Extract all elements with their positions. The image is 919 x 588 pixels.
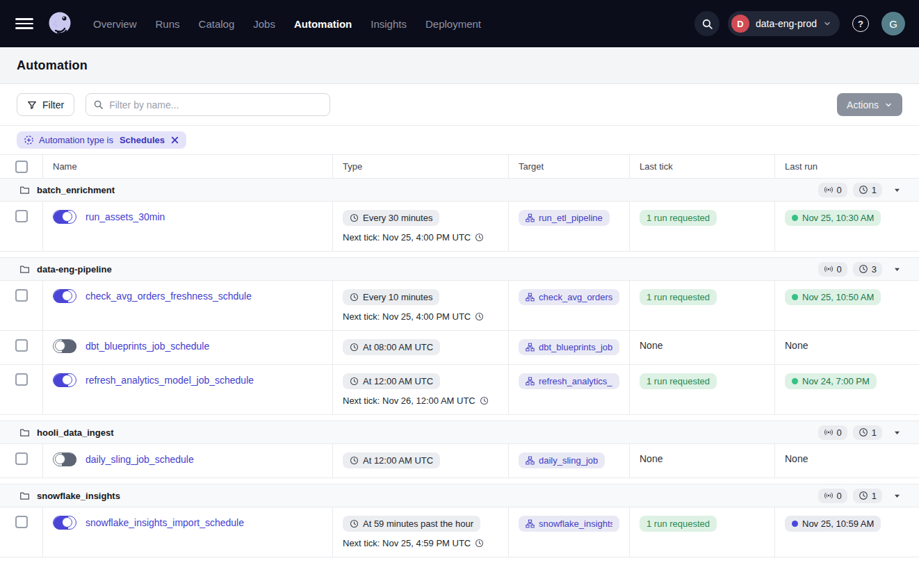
help-icon: ?: [852, 15, 869, 32]
target-link[interactable]: check_avg_orders_: [519, 289, 619, 305]
clock-icon: [859, 185, 868, 195]
target-label: daily_sling_job: [539, 455, 598, 466]
schedule-toggle[interactable]: [53, 516, 76, 530]
funnel-icon: [27, 100, 37, 110]
last-run-cell: None: [775, 331, 919, 364]
schedule-toggle[interactable]: [53, 452, 76, 466]
filter-button[interactable]: Filter: [17, 93, 74, 116]
column-header: Target: [509, 155, 630, 178]
nav-item[interactable]: Overview: [93, 18, 137, 30]
row-check-cell: [0, 507, 43, 557]
help-button[interactable]: ?: [848, 11, 873, 36]
target-link[interactable]: daily_sling_job: [519, 452, 605, 468]
target-link[interactable]: run_etl_pipeline: [519, 210, 610, 226]
menu-button[interactable]: [14, 13, 35, 34]
schedule-name-link[interactable]: dbt_blueprints_job_schedule: [86, 341, 209, 352]
schedule-toggle[interactable]: [53, 289, 76, 303]
row-check-cell: [0, 444, 43, 477]
caret-down-icon[interactable]: [893, 186, 901, 194]
last-tick-text: 1 run requested: [646, 518, 710, 529]
schedule-name-link[interactable]: daily_sling_job_schedule: [86, 454, 194, 465]
search-button[interactable]: [694, 11, 719, 36]
last-run-text: Nov 25, 10:50 AM: [802, 292, 874, 302]
filter-chip[interactable]: Automation type is Schedules: [17, 131, 186, 149]
schedule-row: daily_sling_job_schedule At 12:00 AM UTC: [0, 444, 919, 478]
last-tick-cell: 1 run requested: [630, 202, 775, 251]
code-location-group: hooli_data_ingest 0 1: [0, 420, 919, 478]
schedule-name-link[interactable]: refresh_analytics_model_job_schedule: [86, 375, 254, 386]
folder-icon: [19, 427, 30, 438]
select-all-checkbox[interactable]: [15, 161, 28, 173]
schedule-name-link[interactable]: run_assets_30min: [86, 211, 165, 222]
toolbar: Filter Actions: [0, 84, 919, 126]
schedule-count-badge: 1: [853, 425, 882, 440]
workspace-switcher[interactable]: D data-eng-prod: [728, 11, 840, 36]
clock-icon: [480, 396, 489, 405]
next-tick: Next tick: Nov 25, 4:00 PM UTC: [343, 311, 498, 322]
caret-down-icon[interactable]: [893, 429, 901, 436]
run-status-dot: [792, 294, 798, 300]
code-location-group: snowflake_insights 0 1: [0, 484, 919, 557]
group-rows: check_avg_orders_freshness_schdule Every…: [0, 281, 919, 415]
schedule-count: 1: [872, 427, 877, 438]
last-run-cell: Nov 25, 10:30 AM: [775, 202, 919, 251]
nav-item[interactable]: Deployment: [425, 18, 481, 30]
sensor-count: 0: [837, 264, 842, 275]
page-header: Automation: [0, 47, 919, 84]
schedule-count-badge: 1: [853, 183, 882, 197]
avatar[interactable]: G: [881, 12, 905, 35]
nav-item[interactable]: Catalog: [199, 18, 235, 30]
select-all-cell: [0, 155, 43, 178]
schedule-name-link[interactable]: check_avg_orders_freshness_schdule: [86, 291, 252, 302]
workspace-initial-badge: D: [731, 15, 749, 33]
nav-item[interactable]: Runs: [156, 18, 180, 30]
last-tick-status: 1 run requested: [640, 289, 717, 305]
job-icon: [526, 213, 535, 222]
group-header[interactable]: snowflake_insights 0 1: [0, 484, 919, 507]
automation-table: NameTypeTargetLast tickLast run batch_en…: [0, 154, 919, 557]
group-name: snowflake_insights: [37, 491, 120, 501]
nav-item[interactable]: Jobs: [253, 18, 275, 30]
row-checkbox[interactable]: [15, 339, 28, 352]
target-label: refresh_analytics_r: [539, 376, 612, 386]
last-run-link[interactable]: Nov 25, 10:30 AM: [785, 210, 881, 226]
group-header[interactable]: batch_enrichment 0 1: [0, 178, 919, 202]
last-run-none: None: [785, 340, 808, 351]
last-run-link[interactable]: Nov 25, 10:50 AM: [785, 289, 881, 305]
last-run-link[interactable]: Nov 25, 10:59 AM: [785, 516, 881, 532]
row-checkbox[interactable]: [15, 516, 28, 528]
nav-item[interactable]: Automation: [294, 18, 352, 30]
clock-icon: [475, 233, 484, 242]
target-link[interactable]: dbt_blueprints_job: [519, 339, 619, 355]
name-filter-input[interactable]: [86, 93, 330, 116]
row-checkbox[interactable]: [15, 373, 28, 386]
schedule-toggle[interactable]: [53, 210, 76, 224]
group-header[interactable]: data-eng-pipeline 0 3: [0, 257, 919, 281]
type-cell: Every 10 minutes Next tick: Nov 25, 4:00…: [333, 281, 509, 330]
caret-down-icon[interactable]: [893, 266, 901, 273]
schedule-type-badge: At 12:00 AM UTC: [343, 373, 440, 389]
sensor-icon: [824, 185, 833, 195]
row-checkbox[interactable]: [15, 210, 28, 222]
schedule-toggle[interactable]: [53, 373, 76, 387]
last-run-link[interactable]: Nov 24, 7:00 PM: [785, 373, 877, 389]
clock-icon: [350, 213, 359, 222]
automation-filter-icon: [24, 135, 34, 145]
active-filters-row: Automation type is Schedules: [0, 126, 919, 154]
row-checkbox[interactable]: [15, 452, 28, 465]
actions-button[interactable]: Actions: [837, 93, 902, 116]
nav-item[interactable]: Insights: [371, 18, 407, 30]
dagster-logo[interactable]: [46, 10, 74, 38]
target-link[interactable]: snowflake_insights: [519, 516, 619, 532]
schedule-toggle[interactable]: [53, 339, 76, 353]
remove-filter-icon[interactable]: [170, 136, 179, 145]
type-badge-label: At 12:00 AM UTC: [363, 455, 433, 466]
schedule-name-link[interactable]: snowflake_insights_import_schedule: [86, 517, 244, 528]
target-link[interactable]: refresh_analytics_r: [519, 373, 619, 389]
clock-icon: [859, 491, 868, 500]
target-label: snowflake_insights: [539, 518, 612, 529]
search-box: [86, 93, 330, 116]
row-checkbox[interactable]: [15, 289, 28, 302]
caret-down-icon[interactable]: [893, 492, 901, 500]
group-header[interactable]: hooli_data_ingest 0 1: [0, 420, 919, 444]
